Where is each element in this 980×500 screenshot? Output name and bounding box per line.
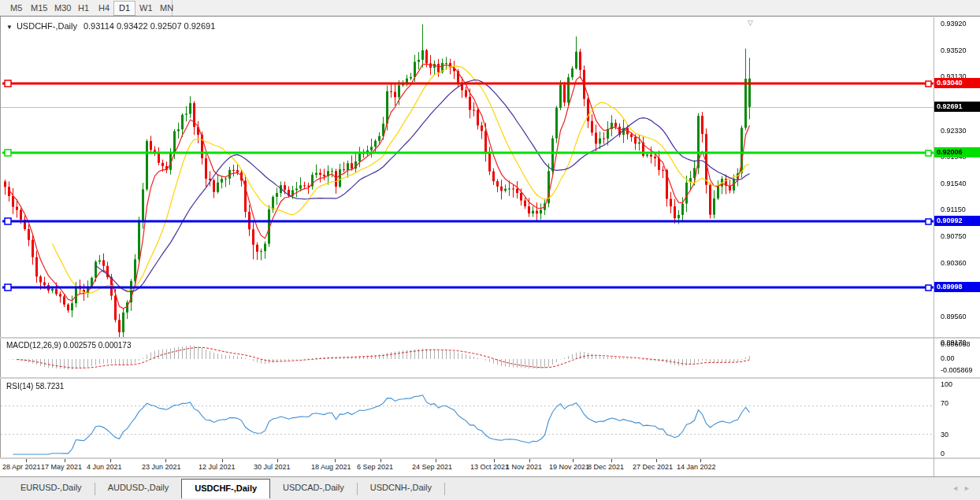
date-axis-label: 27 Dec 2021: [633, 463, 673, 471]
date-axis-label: 30 Jul 2021: [254, 463, 291, 471]
price-axis-label: 0.91540: [941, 180, 967, 187]
macd-values: 0.002575 0.000173: [63, 341, 131, 350]
date-tick: [529, 459, 530, 462]
timeframe-toolbar: M5M15M30H1H4D1W1MN: [0, 0, 980, 16]
price-axis-label: 0.90360: [941, 259, 967, 267]
indicator-axis-label: -0.005869: [941, 366, 973, 374]
date-axis-label: 19 Nov 2021: [549, 463, 589, 471]
tab-scroll-right-icon[interactable]: ►: [963, 484, 975, 492]
indicator-axis-label: 30: [941, 431, 948, 439]
timeframe-button-MN[interactable]: MN: [154, 1, 179, 16]
tab-scroll-left-icon[interactable]: ◄: [952, 484, 963, 492]
macd-label: MACD(12,26,9) 0.002575 0.000173: [6, 341, 131, 350]
timeframe-button-M5[interactable]: M5: [5, 1, 28, 16]
date-tick: [277, 459, 278, 462]
mt4-window: M5M15M30H1H4D1W1MN ▼USDCHF-,Daily0.93114…: [0, 0, 980, 500]
chart-tab-usdcnh[interactable]: USDCNH-,Daily: [358, 480, 444, 498]
rsi-indicator-canvas[interactable]: [1, 380, 934, 458]
date-axis-label: 12 Jul 2021: [199, 463, 236, 471]
macd-name: MACD(12,26,9): [6, 341, 61, 350]
price-badge: 0.89998: [934, 282, 980, 292]
date-tick: [573, 459, 574, 462]
indicator-axis-label: 0: [941, 450, 945, 457]
date-tick: [110, 459, 111, 462]
date-axis-label: 17 May 2021: [41, 463, 82, 471]
tab-separator: [444, 483, 445, 495]
price-badge: 0.92691: [934, 102, 980, 112]
timeframe-button-D1[interactable]: D1: [113, 1, 135, 16]
autoscroll-marker-icon: ▽: [748, 19, 753, 27]
date-tick: [335, 459, 336, 462]
price-axis-label: 0.93520: [941, 46, 967, 54]
chart-tab-usdcad[interactable]: USDCAD-,Daily: [270, 480, 357, 498]
indicator-axis-label: 0.00: [941, 354, 955, 362]
date-tick: [656, 459, 657, 462]
date-tick: [26, 459, 27, 462]
date-axis-label: 14 Jan 2022: [677, 463, 716, 471]
chart-tab-eurusd[interactable]: EURUSD-,Daily: [8, 480, 95, 498]
date-axis-label: 13 Oct 2021: [470, 463, 509, 471]
price-badge: 0.92006: [934, 147, 980, 157]
chart-tab-bar: EURUSD-,DailyAUDUSD-,DailyUSDCHF-,DailyU…: [0, 476, 980, 500]
chart-tab-usdchf[interactable]: USDCHF-,Daily: [181, 479, 270, 498]
date-axis[interactable]: 28 Apr 202117 May 20214 Jun 202123 Jun 2…: [0, 459, 934, 476]
date-axis-label: 8 Dec 2021: [588, 463, 624, 471]
rsi-value: 58.7231: [35, 382, 64, 391]
date-tick: [65, 459, 65, 462]
date-tick: [165, 459, 166, 462]
rsi-name: RSI(14): [6, 382, 33, 391]
date-tick: [436, 459, 436, 462]
date-tick: [611, 459, 612, 462]
price-axis-label: 0.93920: [941, 20, 967, 28]
date-axis-label: 23 Jun 2021: [142, 463, 181, 471]
date-axis-label: 6 Sep 2021: [357, 463, 393, 471]
chart-ohlc-values: 0.93114 0.93422 0.92507 0.92691: [84, 21, 215, 31]
macd-indicator-canvas[interactable]: [1, 339, 934, 378]
date-tick: [700, 459, 701, 462]
chart-window: [0, 16, 980, 476]
chart-title: ▼USDCHF-,Daily0.93114 0.93422 0.92507 0.…: [6, 21, 215, 31]
chart-symbol-period: USDCHF-,Daily: [17, 21, 77, 31]
timeframe-button-H4[interactable]: H4: [93, 1, 115, 16]
panel-separator[interactable]: [0, 377, 980, 379]
chart-tab-audusd[interactable]: AUDUSD-,Daily: [95, 480, 182, 498]
price-axis-label: 0.89560: [941, 313, 967, 320]
indicator-axis-label: 100: [941, 380, 952, 388]
date-tick: [380, 459, 381, 462]
price-badge: 0.90992: [934, 216, 980, 226]
rsi-label: RSI(14) 58.7231: [6, 382, 64, 391]
date-axis-label: 24 Sep 2021: [412, 463, 452, 471]
indicator-axis-label: 70: [941, 399, 948, 407]
date-axis-label: 28 Apr 2021: [2, 463, 41, 471]
date-tick: [494, 459, 495, 462]
indicator-axis-label: 0.006068: [941, 340, 971, 348]
panel-separator[interactable]: [0, 337, 980, 339]
price-axis-label: 0.90750: [941, 232, 967, 240]
date-axis-label: 18 Aug 2021: [311, 463, 351, 471]
price-axis-label: 0.92330: [941, 127, 967, 135]
date-axis-label: 1 Nov 2021: [506, 463, 542, 471]
price-chart-canvas[interactable]: [1, 18, 934, 338]
date-tick: [222, 459, 223, 462]
price-axis-label: 0.91150: [941, 206, 966, 213]
timeframe-button-H1[interactable]: H1: [72, 1, 95, 16]
price-badge: 0.93040: [934, 78, 980, 88]
chart-dropdown-icon[interactable]: ▼: [6, 24, 13, 31]
date-axis-label: 4 Jun 2021: [87, 463, 122, 471]
